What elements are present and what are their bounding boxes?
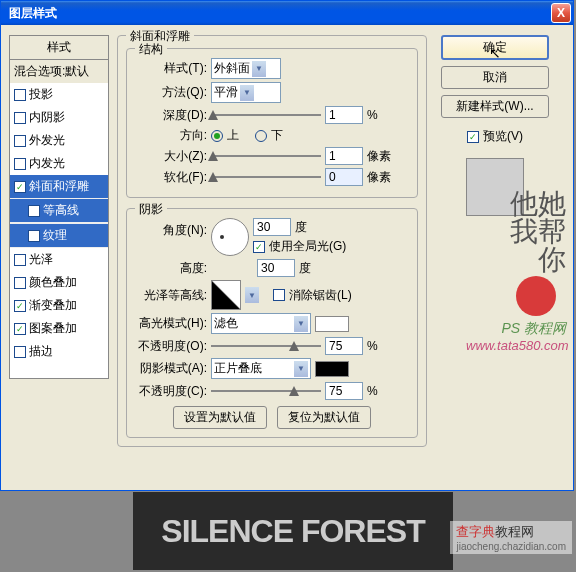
soften-unit: 像素 (367, 169, 391, 186)
style-checkbox[interactable] (14, 158, 26, 170)
shadow-mode-dropdown[interactable]: 正片叠底 ▼ (211, 358, 311, 379)
close-button[interactable]: X (551, 3, 571, 23)
style-item[interactable]: 外发光 (10, 129, 108, 152)
antialias-label: 消除锯齿(L) (289, 287, 352, 304)
style-item-label: 纹理 (43, 227, 67, 244)
layer-style-dialog: 图层样式 X 样式 混合选项:默认投影内阴影外发光内发光✓斜面和浮雕等高线纹理光… (0, 0, 574, 491)
global-light-checkbox[interactable]: ✓ (253, 241, 265, 253)
bevel-fieldset: 斜面和浮雕 结构 样式(T): 外斜面 ▼ 方法(Q): 平滑 (117, 35, 427, 447)
reset-default-button[interactable]: 复位为默认值 (277, 406, 371, 429)
style-item-label: 斜面和浮雕 (29, 178, 89, 195)
soften-slider[interactable] (211, 170, 321, 184)
style-item[interactable]: 内阴影 (10, 106, 108, 129)
close-icon: X (557, 6, 565, 20)
make-default-button[interactable]: 设置为默认值 (173, 406, 267, 429)
gloss-contour-picker[interactable] (211, 280, 241, 310)
style-item-label: 内阴影 (29, 109, 65, 126)
ok-button[interactable]: 确定 ↖ (441, 35, 549, 60)
chevron-down-icon: ▼ (294, 361, 308, 377)
chevron-down-icon: ▼ (252, 61, 266, 77)
style-item-label: 等高线 (43, 202, 79, 219)
angle-label: 角度(N): (135, 222, 207, 239)
direction-down-radio[interactable] (255, 130, 267, 142)
direction-label: 方向: (135, 127, 207, 144)
angle-unit: 度 (295, 219, 307, 236)
highlight-color-picker[interactable] (315, 316, 349, 332)
size-label: 大小(Z): (135, 148, 207, 165)
styles-list: 混合选项:默认投影内阴影外发光内发光✓斜面和浮雕等高线纹理光泽颜色叠加✓渐变叠加… (9, 59, 109, 379)
global-light-label: 使用全局光(G) (269, 238, 346, 255)
style-label: 样式(T): (135, 60, 207, 77)
soften-label: 软化(F): (135, 169, 207, 186)
size-input[interactable]: 1 (325, 147, 363, 165)
soften-input[interactable]: 0 (325, 168, 363, 186)
antialias-checkbox[interactable] (273, 289, 285, 301)
altitude-unit: 度 (299, 260, 311, 277)
style-item-label: 描边 (29, 343, 53, 360)
titlebar[interactable]: 图层样式 X (1, 1, 573, 25)
shadow-mode-label: 阴影模式(A): (135, 360, 207, 377)
sh-opacity-unit: % (367, 384, 378, 398)
depth-unit: % (367, 108, 378, 122)
style-checkbox[interactable] (14, 277, 26, 289)
blend-options-item[interactable]: 混合选项:默认 (10, 60, 108, 83)
direction-up-label: 上 (227, 127, 239, 144)
style-item[interactable]: ✓图案叠加 (10, 317, 108, 340)
sh-opacity-slider[interactable] (211, 384, 321, 398)
style-checkbox[interactable]: ✓ (14, 181, 26, 193)
direction-up-radio[interactable] (211, 130, 223, 142)
depth-slider[interactable] (211, 108, 321, 122)
chevron-down-icon: ▼ (294, 316, 308, 332)
style-checkbox[interactable] (28, 230, 40, 242)
preview-checkbox[interactable]: ✓ (467, 131, 479, 143)
angle-input[interactable]: 30 (253, 218, 291, 236)
style-item[interactable]: ✓渐变叠加 (10, 294, 108, 317)
altitude-label: 高度: (135, 260, 207, 277)
hl-opacity-input[interactable]: 75 (325, 337, 363, 355)
gloss-label: 光泽等高线: (135, 287, 207, 304)
depth-label: 深度(D): (135, 107, 207, 124)
style-checkbox[interactable]: ✓ (14, 323, 26, 335)
technique-dropdown[interactable]: 平滑 ▼ (211, 82, 281, 103)
style-checkbox[interactable] (14, 254, 26, 266)
technique-label: 方法(Q): (135, 84, 207, 101)
style-checkbox[interactable] (14, 89, 26, 101)
styles-column: 样式 混合选项:默认投影内阴影外发光内发光✓斜面和浮雕等高线纹理光泽颜色叠加✓渐… (9, 35, 109, 482)
altitude-input[interactable]: 30 (257, 259, 295, 277)
new-style-button[interactable]: 新建样式(W)... (441, 95, 549, 118)
styles-header: 样式 (9, 35, 109, 59)
style-item[interactable]: 投影 (10, 83, 108, 106)
chevron-down-icon: ▼ (240, 85, 254, 101)
style-dropdown[interactable]: 外斜面 ▼ (211, 58, 281, 79)
angle-dial[interactable] (211, 218, 249, 256)
style-item[interactable]: 描边 (10, 340, 108, 363)
style-checkbox[interactable] (28, 205, 40, 217)
settings-panel: 斜面和浮雕 结构 样式(T): 外斜面 ▼ 方法(Q): 平滑 (117, 35, 427, 482)
chevron-down-icon[interactable]: ▼ (245, 287, 259, 303)
style-item[interactable]: 光泽 (10, 248, 108, 271)
hl-opacity-slider[interactable] (211, 339, 321, 353)
style-item-label: 光泽 (29, 251, 53, 268)
highlight-mode-dropdown[interactable]: 滤色 ▼ (211, 313, 311, 334)
sh-opacity-input[interactable]: 75 (325, 382, 363, 400)
style-item[interactable]: 颜色叠加 (10, 271, 108, 294)
shading-group: 阴影 角度(N): 30 度 ✓ 使用全局光(G) (126, 208, 418, 438)
highlight-mode-label: 高光模式(H): (135, 315, 207, 332)
style-checkbox[interactable] (14, 346, 26, 358)
style-item[interactable]: 内发光 (10, 152, 108, 175)
style-item[interactable]: 纹理 (10, 223, 108, 248)
structure-group: 结构 样式(T): 外斜面 ▼ 方法(Q): 平滑 ▼ (126, 48, 418, 198)
cursor-icon: ↖ (489, 45, 501, 61)
hl-opacity-unit: % (367, 339, 378, 353)
style-item-label: 颜色叠加 (29, 274, 77, 291)
dialog-buttons: 确定 ↖ 取消 新建样式(W)... ✓ 预览(V) (435, 35, 555, 482)
style-checkbox[interactable] (14, 112, 26, 124)
size-slider[interactable] (211, 149, 321, 163)
depth-input[interactable]: 1 (325, 106, 363, 124)
style-item[interactable]: ✓斜面和浮雕 (10, 175, 108, 198)
style-checkbox[interactable]: ✓ (14, 300, 26, 312)
shadow-color-picker[interactable] (315, 361, 349, 377)
cancel-button[interactable]: 取消 (441, 66, 549, 89)
style-item[interactable]: 等高线 (10, 198, 108, 223)
style-checkbox[interactable] (14, 135, 26, 147)
